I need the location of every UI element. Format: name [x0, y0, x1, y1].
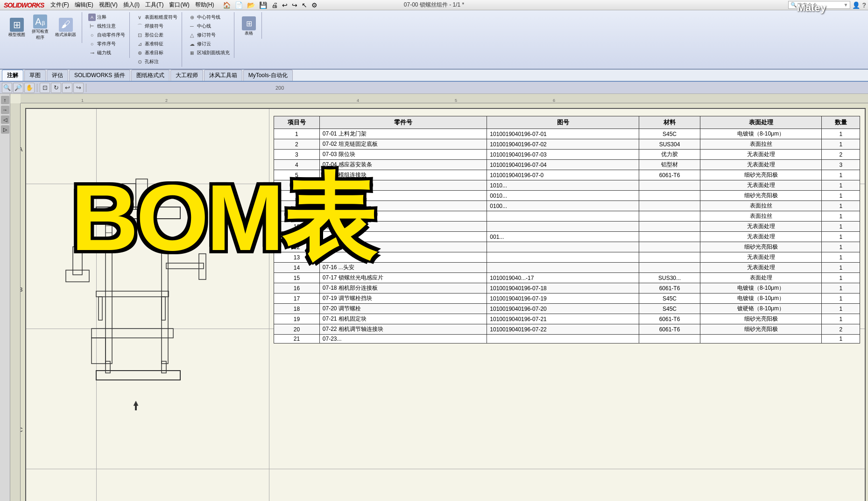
- tab-annotation[interactable]: 注解: [2, 70, 23, 81]
- tab-evaluate[interactable]: 评估: [47, 70, 68, 81]
- tab-sketch[interactable]: 草图: [24, 70, 46, 81]
- table-button[interactable]: ⊞ 表格: [239, 15, 259, 38]
- menu-help[interactable]: 帮助(H): [192, 0, 217, 10]
- cell-surface: 表面拉丝: [700, 211, 822, 222]
- cell-partnum: 07-06 模组连接块: [319, 170, 487, 180]
- datum-feature-button[interactable]: ⊿ 基准特征: [134, 40, 179, 48]
- left-tool-3[interactable]: ◁: [1, 115, 9, 124]
- menu-window[interactable]: 窗口(W): [166, 0, 192, 10]
- undo-button2[interactable]: ↩: [62, 83, 72, 93]
- center-symbol-line-button[interactable]: ⊕ 中心符号线: [187, 13, 231, 21]
- menu-view[interactable]: 视图(V): [96, 0, 120, 10]
- user-icon[interactable]: 👤: [852, 1, 860, 9]
- cell-material: SUS30...: [639, 273, 700, 283]
- cell-id: 18: [274, 304, 320, 314]
- quick-open-icon[interactable]: 📂: [246, 1, 256, 9]
- menu-bar: 文件(F) 编辑(E) 视图(V) 插入(I) 工具(T) 窗口(W) 帮助(H…: [48, 0, 217, 10]
- cell-material: 6061-T6: [639, 283, 700, 293]
- view-toolbar: 🔍 🔎 ✋ ⊡ ↻ ↩ ↪ 200: [0, 82, 868, 94]
- datum-target-button[interactable]: ⊕ 基准目标: [134, 49, 179, 57]
- zoom-out-button[interactable]: 🔎: [13, 83, 23, 93]
- revision-symbol-button[interactable]: △ 修订符号: [187, 31, 231, 39]
- quick-save-icon[interactable]: 💾: [258, 1, 268, 9]
- hatch-fill-button[interactable]: ▦ 区域剖面线填充: [187, 49, 231, 57]
- linear-annotation-button[interactable]: ⊢ 线性注意: [87, 22, 127, 30]
- menu-insert[interactable]: 插入(I): [120, 0, 142, 10]
- cell-material: [639, 232, 700, 242]
- cell-surface: [700, 335, 822, 344]
- cell-material: [639, 222, 700, 232]
- quick-print-icon[interactable]: 🖨: [270, 1, 279, 9]
- pan-button[interactable]: ✋: [24, 83, 35, 93]
- spell-check-button[interactable]: Aᵦ 拼写检查程序: [29, 13, 51, 42]
- weld-symbol-button[interactable]: ⌒ 焊接符号: [134, 22, 179, 30]
- quick-settings-icon[interactable]: ⚙: [310, 1, 319, 9]
- hole-callout-button[interactable]: ⊙ 孔标注: [134, 57, 179, 66]
- cell-id: 6: [274, 180, 320, 191]
- revision-cloud-button[interactable]: ☁ 修订云: [187, 40, 231, 48]
- cell-id: 16: [274, 283, 320, 293]
- table-row: 7 07-09 型... 0010... 细砂光亮阳极 1: [274, 191, 860, 201]
- cell-drawnum: [487, 211, 639, 222]
- zoom-in-button[interactable]: 🔍: [2, 83, 12, 93]
- left-tool-1[interactable]: ↑: [1, 96, 9, 104]
- auto-balloon-button[interactable]: ○ 自动零件序号: [87, 31, 127, 39]
- quick-undo-icon[interactable]: ↩: [281, 1, 289, 9]
- gtol-button[interactable]: ⊡ 形位公差: [134, 31, 179, 39]
- table-row: 20 07-22 相机调节轴连接块 1010019040196-07-22 60…: [274, 324, 860, 335]
- model-view-button[interactable]: ⊞ 模型视图: [6, 16, 28, 39]
- annotation-button[interactable]: A 注释: [87, 13, 127, 21]
- cell-id: 13: [274, 252, 320, 263]
- svg-rect-3: [106, 216, 112, 364]
- format-brush-button[interactable]: 🖌 格式涂刷器: [52, 16, 79, 39]
- cell-partnum: 锁...: [319, 222, 487, 232]
- left-tool-2[interactable]: →: [1, 106, 9, 114]
- help-icon[interactable]: ?: [862, 1, 866, 9]
- balloon-button[interactable]: ○ 零件序号: [87, 40, 127, 48]
- cell-partnum: 07-16 ...头安: [319, 263, 487, 273]
- menu-file[interactable]: 文件(F): [48, 0, 71, 10]
- tab-sheet-format[interactable]: 图纸格式式: [131, 70, 169, 81]
- cell-material: 优力胶: [639, 150, 700, 160]
- cell-partnum: 07-01 上料龙门架: [319, 129, 487, 139]
- cell-surface: 无表面处理: [700, 222, 822, 232]
- tab-master[interactable]: 大工程师: [170, 70, 203, 81]
- quick-redo-icon[interactable]: ↪: [290, 1, 299, 9]
- quick-home-icon[interactable]: 🏠: [221, 1, 232, 9]
- table-row: 9 滚... 表面拉丝 1: [274, 211, 860, 222]
- cell-id: 11: [274, 232, 320, 242]
- cell-qty: 1: [822, 180, 860, 191]
- cell-surface: 电镀镍（8-10μm）: [700, 129, 822, 139]
- quick-new-icon[interactable]: 📄: [233, 1, 244, 9]
- menu-edit[interactable]: 编辑(E): [72, 0, 96, 10]
- left-tool-4[interactable]: ▷: [1, 125, 9, 134]
- svg-rect-17: [92, 329, 173, 338]
- table-row: 11 001... 无表面处理 1: [274, 232, 860, 242]
- quick-select-icon[interactable]: ↖: [300, 1, 309, 9]
- cell-partnum: 07-19 调节螺栓挡块: [319, 293, 487, 304]
- table-row: 18 07-20 调节螺栓 1010019040196-07-20 S45C 镀…: [274, 304, 860, 314]
- surface-roughness-button[interactable]: ∨ 表面粗糙度符号: [134, 13, 179, 21]
- tab-sw-plugin[interactable]: SOLIDWORKS 插件: [69, 70, 130, 81]
- svg-rect-4: [162, 240, 168, 364]
- cell-drawnum: 1010019040196-07-20: [487, 304, 639, 314]
- search-dropdown-icon[interactable]: ▼: [844, 2, 848, 7]
- redo-button2[interactable]: ↪: [73, 83, 84, 93]
- tab-mytools[interactable]: MyTools-自动化: [243, 70, 293, 81]
- cell-qty: 1: [822, 170, 860, 180]
- menu-tools[interactable]: 工具(T): [142, 0, 166, 10]
- rotate-button[interactable]: ↻: [51, 83, 61, 93]
- cell-drawnum: 1010...: [487, 180, 639, 191]
- view-3d-button[interactable]: ⊡: [40, 83, 50, 93]
- cell-drawnum: 1010019040196-07-19: [487, 293, 639, 304]
- magnet-line-button[interactable]: ⊸ 磁力线: [87, 49, 127, 57]
- cell-material: [639, 335, 700, 344]
- cell-qty: 1: [822, 242, 860, 252]
- col-header-partnum: 零件号: [319, 116, 487, 129]
- tab-mufeng[interactable]: 沐风工具箱: [204, 70, 242, 81]
- svg-rect-9: [166, 263, 204, 269]
- svg-marker-23: [134, 401, 138, 406]
- cell-qty: 1: [822, 304, 860, 314]
- center-line-button[interactable]: ─ 中心线: [187, 22, 231, 30]
- drawing-area[interactable]: 1 2 4 5 6 A B C: [10, 94, 868, 501]
